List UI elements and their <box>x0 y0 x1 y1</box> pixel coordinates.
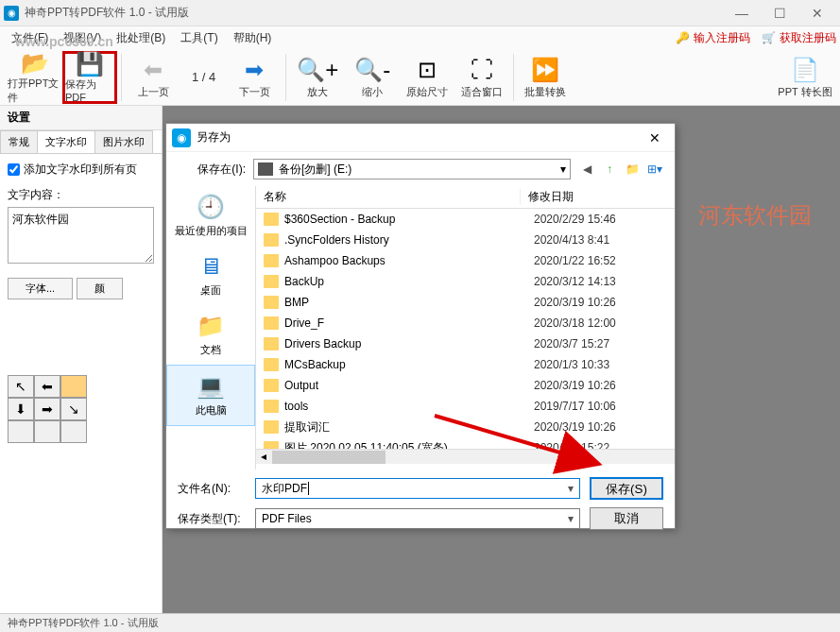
file-row[interactable]: $360Section - Backup2020/2/29 15:46 <box>256 209 675 230</box>
location-combo[interactable]: 备份[勿删] (E:) ▾ <box>253 159 571 179</box>
folder-icon <box>264 337 279 350</box>
new-folder-icon[interactable]: 📁 <box>624 161 641 178</box>
next-page-label: 下一页 <box>239 85 270 99</box>
pos-ne[interactable] <box>60 375 87 398</box>
folder-icon <box>264 441 279 449</box>
toolbar: 📂 打开PPT文件 💾 保存为PDF ⬅ 上一页 1 / 4 ➡ 下一页 🔍+ … <box>0 49 840 106</box>
status-text: 神奇PPT转PDF软件 1.0 - 试用版 <box>8 617 159 628</box>
color-button[interactable]: 颜 <box>77 278 123 299</box>
open-ppt-label: 打开PPT文件 <box>8 77 62 105</box>
menu-help[interactable]: 帮助(H) <box>226 28 280 48</box>
minimize-button[interactable]: — <box>723 0 761 26</box>
text-content-label: 文字内容： <box>8 187 154 203</box>
font-button[interactable]: 字体... <box>8 278 73 299</box>
open-ppt-button[interactable]: 📂 打开PPT文件 <box>8 51 62 104</box>
file-name: Output <box>284 379 534 392</box>
file-row[interactable]: Ashampoo Backups2020/1/22 16:52 <box>256 250 675 271</box>
file-row[interactable]: .SyncFolders History2020/4/13 8:41 <box>256 230 675 250</box>
place-this-pc[interactable]: 💻 此电脑 <box>166 365 255 426</box>
orig-size-button[interactable]: ⊡ 原始尺寸 <box>400 51 454 104</box>
save-in-label: 保存在(I): <box>178 162 246 178</box>
prev-page-button[interactable]: ⬅ 上一页 <box>126 51 180 104</box>
pos-nw[interactable]: ↖ <box>8 375 34 398</box>
filename-input[interactable]: 水印PDF ▾ <box>255 478 580 499</box>
input-reg-link[interactable]: 🔑输入注册码 <box>676 30 750 46</box>
fit-window-button[interactable]: ⛶ 适合窗口 <box>454 51 509 104</box>
pos-se[interactable] <box>60 420 87 443</box>
file-date: 2020/3/12 14:13 <box>534 275 675 288</box>
column-date[interactable]: 修改日期 <box>521 189 675 205</box>
zoom-out-icon: 🔍- <box>354 55 390 85</box>
pos-e[interactable]: ↘ <box>60 398 87 420</box>
page-counter: 1 / 4 <box>180 70 227 84</box>
file-date: 2020/3/19 10:26 <box>534 296 675 309</box>
pos-sw[interactable] <box>8 420 34 443</box>
pos-n[interactable]: ⬅ <box>34 375 60 398</box>
file-row[interactable]: MCsBackup2020/1/3 10:33 <box>256 354 675 375</box>
file-name: MCsBackup <box>284 358 534 371</box>
folder-icon <box>264 400 279 413</box>
tab-image-watermark[interactable]: 图片水印 <box>94 130 153 153</box>
file-date: 2019/7/17 10:06 <box>534 400 675 413</box>
maximize-button[interactable]: ☐ <box>761 0 798 26</box>
separator <box>121 54 122 101</box>
save-pdf-button[interactable]: 💾 保存为PDF <box>62 51 117 104</box>
close-button[interactable]: ✕ <box>798 0 836 26</box>
file-name: Drive_F <box>284 316 534 330</box>
batch-icon: ⏩ <box>531 55 559 85</box>
app-icon: ◉ <box>4 6 19 21</box>
next-page-button[interactable]: ➡ 下一页 <box>227 51 282 104</box>
folder-icon <box>264 233 279 247</box>
settings-tabs: 常规 文字水印 图片水印 <box>0 130 162 154</box>
file-row[interactable]: BackUp2020/3/12 14:13 <box>256 271 675 292</box>
zoom-in-button[interactable]: 🔍+ 放大 <box>290 51 345 104</box>
pos-s[interactable] <box>34 420 60 443</box>
get-reg-link[interactable]: 🛒获取注册码 <box>762 30 836 46</box>
places-bar: 🕘 最近使用的项目 🖥 桌面 📁 文档 💻 此电脑 <box>166 186 256 470</box>
horizontal-scrollbar[interactable]: ◂ <box>256 449 675 464</box>
zoom-out-button[interactable]: 🔍- 缩小 <box>345 51 400 104</box>
dialog-close-button[interactable]: ✕ <box>641 130 669 145</box>
file-row[interactable]: 提取词汇2020/3/19 10:26 <box>256 417 675 437</box>
file-row[interactable]: tools2019/7/17 10:06 <box>256 396 675 417</box>
add-watermark-checkbox[interactable] <box>8 163 20 176</box>
tab-text-watermark[interactable]: 文字水印 <box>37 130 95 153</box>
menu-tools[interactable]: 工具(T) <box>173 28 225 48</box>
place-documents[interactable]: 📁 文档 <box>166 305 255 365</box>
column-name[interactable]: 名称 <box>256 189 521 205</box>
menu-batch[interactable]: 批处理(B) <box>109 28 173 48</box>
settings-panel: 设置 常规 文字水印 图片水印 添加文字水印到所有页 文字内容： 河东软件园 字… <box>0 106 163 613</box>
place-recent[interactable]: 🕘 最近使用的项目 <box>166 186 255 246</box>
file-row[interactable]: Drivers Backup2020/3/7 15:27 <box>256 333 675 354</box>
cart-icon: 🛒 <box>762 31 776 44</box>
tab-general[interactable]: 常规 <box>0 130 38 153</box>
file-row[interactable]: BMP2020/3/19 10:26 <box>256 292 675 313</box>
folder-icon <box>264 275 279 288</box>
watermark-text-input[interactable]: 河东软件园 <box>8 207 154 264</box>
folder-icon <box>264 254 279 267</box>
batch-convert-button[interactable]: ⏩ 批量转换 <box>518 51 573 104</box>
file-row[interactable]: 图片 2020 02 05 11:40:05 (宽条)2020/2/7 15:2… <box>256 437 675 449</box>
chevron-down-icon: ▾ <box>568 512 574 525</box>
file-list: 名称 修改日期 $360Section - Backup2020/2/29 15… <box>256 186 675 470</box>
zoom-in-icon: 🔍+ <box>297 55 338 85</box>
save-button[interactable]: 保存(S) <box>590 477 663 500</box>
filetype-combo[interactable]: PDF Files ▾ <box>255 508 580 529</box>
up-icon[interactable]: ↑ <box>601 161 618 178</box>
location-value: 备份[勿删] (E:) <box>279 162 351 178</box>
view-menu-icon[interactable]: ⊞▾ <box>646 161 663 178</box>
ppt-long-img-button[interactable]: 📄 PPT 转长图 <box>778 51 832 104</box>
pos-w[interactable]: ⬇ <box>8 398 34 420</box>
pos-c[interactable]: ➡ <box>34 398 60 420</box>
file-row[interactable]: Output2020/3/19 10:26 <box>256 375 675 396</box>
place-desktop[interactable]: 🖥 桌面 <box>166 246 255 305</box>
place-this-pc-label: 此电脑 <box>196 403 227 418</box>
cancel-button[interactable]: 取消 <box>590 507 663 530</box>
scrollbar-thumb[interactable] <box>272 451 386 464</box>
back-icon[interactable]: ◀ <box>578 161 595 178</box>
file-row[interactable]: Drive_F2020/3/18 12:00 <box>256 313 675 333</box>
file-name: Drivers Backup <box>284 337 534 350</box>
file-date: 2020/2/7 15:22 <box>534 441 675 449</box>
file-name: Ashampoo Backups <box>284 254 534 267</box>
documents-icon: 📁 <box>196 313 226 339</box>
